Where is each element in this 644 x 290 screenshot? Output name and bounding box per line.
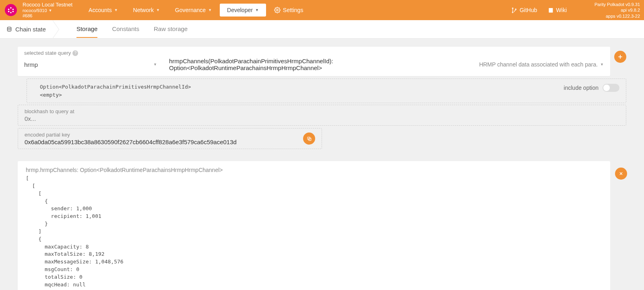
svg-point-4 bbox=[12, 11, 14, 12]
param-type: Option<PolkadotParachainPrimitivesHrmpCh… bbox=[40, 83, 619, 91]
tab-raw-storage[interactable]: Raw storage bbox=[154, 21, 188, 38]
version-info: Parity Polkadot v0.9.31 api v9.8.2 apps … bbox=[594, 2, 640, 19]
chevron-down-icon: ▼ bbox=[49, 8, 52, 13]
doc-dropdown[interactable]: HRMP channel data associated with each p… bbox=[479, 61, 604, 68]
chevron-down-icon: ▼ bbox=[600, 62, 604, 66]
chain-selector[interactable]: Rococo Local Testnet rococo/9310 ▼ #686 bbox=[23, 2, 72, 19]
query-card: selected state query ? hrmp ▼ hrmpChanne… bbox=[18, 47, 610, 76]
nav-accounts[interactable]: Accounts▼ bbox=[81, 4, 125, 16]
chevron-down-icon: ▼ bbox=[255, 8, 259, 12]
breadcrumb-label: Chain state bbox=[15, 26, 46, 33]
top-bar: Rococo Local Testnet rococo/9310 ▼ #686 … bbox=[0, 0, 644, 20]
chevron-down-icon: ▼ bbox=[153, 62, 157, 66]
nav-network[interactable]: Network▼ bbox=[126, 4, 167, 16]
tab-constants[interactable]: Constants bbox=[112, 21, 139, 38]
close-result-button[interactable] bbox=[615, 168, 627, 180]
method-dropdown[interactable]: hrmpChannels(PolkadotParachainPrimitives… bbox=[169, 58, 467, 71]
link-github[interactable]: GitHub bbox=[511, 7, 537, 13]
svg-point-3 bbox=[8, 11, 10, 12]
copy-key-button[interactable] bbox=[303, 133, 315, 145]
svg-rect-10 bbox=[549, 8, 553, 12]
chevron-down-icon: ▼ bbox=[156, 8, 160, 12]
svg-point-5 bbox=[10, 12, 12, 14]
chevron-down-icon: ▼ bbox=[208, 8, 212, 12]
nav-settings[interactable]: Settings bbox=[267, 4, 311, 16]
nav-developer[interactable]: Developer▼ bbox=[220, 4, 266, 17]
link-wiki[interactable]: Wiki bbox=[548, 7, 567, 13]
add-query-button[interactable] bbox=[614, 51, 626, 63]
param-box: Option<PolkadotParachainPrimitivesHrmpCh… bbox=[27, 79, 626, 103]
copy-icon bbox=[307, 136, 312, 141]
result-title: hrmp.hrmpChannels: Option<PolkadotRuntim… bbox=[26, 167, 602, 173]
chain-spec: rococo/9310 bbox=[23, 8, 47, 13]
result-card: hrmp.hrmpChannels: Option<PolkadotRuntim… bbox=[18, 161, 610, 290]
polkadot-logo-icon bbox=[7, 6, 14, 14]
partial-key-value: 0x6a0da05ca59913bc38a8630590f2627cb6604c… bbox=[25, 139, 299, 145]
partial-key-box: encoded partial key 0x6a0da05ca59913bc38… bbox=[18, 128, 322, 149]
close-icon bbox=[619, 171, 623, 176]
result-body: [ [ [ { sender: 1,000 recipient: 1,001 }… bbox=[26, 175, 602, 290]
plus-icon bbox=[617, 54, 623, 60]
blockhash-input[interactable] bbox=[25, 115, 619, 122]
breadcrumb: Chain state bbox=[0, 20, 52, 38]
blockhash-label: blockhash to query at bbox=[25, 108, 619, 114]
svg-point-11 bbox=[7, 27, 11, 29]
help-icon[interactable]: ? bbox=[72, 50, 78, 56]
top-nav: Accounts▼ Network▼ Governance▼ Developer… bbox=[81, 4, 310, 17]
param-value: <empty> bbox=[40, 91, 619, 99]
database-icon bbox=[6, 27, 12, 32]
sub-bar: Chain state Storage Constants Raw storag… bbox=[0, 20, 644, 39]
svg-point-1 bbox=[8, 8, 10, 10]
query-label: selected state query ? bbox=[24, 50, 604, 56]
book-icon bbox=[548, 7, 554, 13]
svg-point-0 bbox=[10, 7, 12, 9]
chain-name: Rococo Local Testnet bbox=[23, 2, 72, 8]
include-option-label: include option bbox=[564, 85, 599, 91]
gear-icon bbox=[274, 7, 281, 13]
content: selected state query ? hrmp ▼ hrmpChanne… bbox=[0, 39, 644, 290]
svg-point-6 bbox=[277, 9, 278, 11]
logo[interactable] bbox=[5, 4, 17, 16]
partial-key-label: encoded partial key bbox=[25, 132, 299, 138]
blockhash-box: blockhash to query at bbox=[18, 105, 626, 126]
svg-point-2 bbox=[12, 8, 14, 10]
chain-block: #686 bbox=[23, 13, 72, 19]
tab-storage[interactable]: Storage bbox=[76, 21, 98, 38]
nav-governance[interactable]: Governance▼ bbox=[168, 4, 219, 16]
include-option-toggle[interactable] bbox=[603, 84, 619, 92]
chevron-down-icon: ▼ bbox=[114, 8, 118, 12]
module-dropdown[interactable]: hrmp ▼ bbox=[24, 61, 157, 68]
git-branch-icon bbox=[511, 7, 517, 13]
